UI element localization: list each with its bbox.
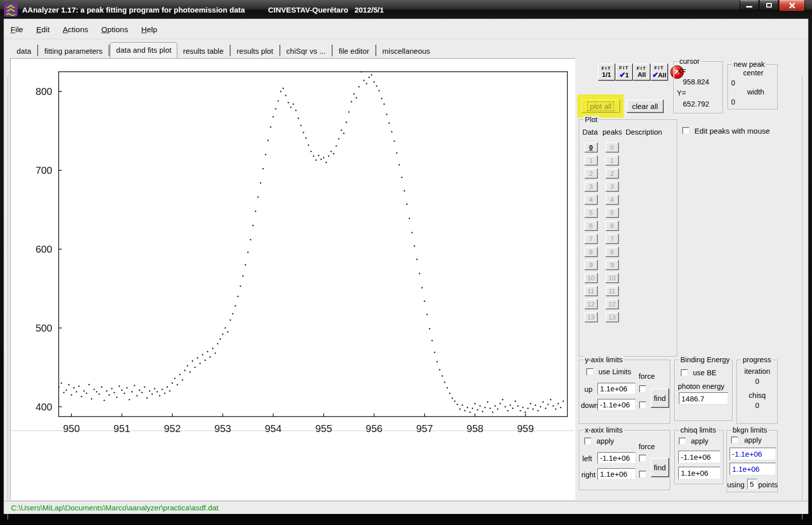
peaks-11-button[interactable]: 11 <box>605 286 619 296</box>
menu-item-actions[interactable]: Actions <box>56 25 95 34</box>
data-9-button[interactable]: 9 <box>584 260 597 270</box>
progress-title: progress <box>741 356 772 364</box>
x-limits-find-button[interactable]: find <box>651 458 669 477</box>
y-limits-up-label: up <box>584 385 592 393</box>
tab-results-table[interactable]: results table <box>177 44 229 58</box>
x-limits-left-field[interactable]: -1.1e+06 <box>597 452 636 464</box>
photon-energy-field[interactable]: 1486.7 <box>679 392 728 404</box>
menu-item-file[interactable]: File <box>4 25 30 34</box>
tab-data-and-fits-plot[interactable]: data and fits plot <box>110 42 177 59</box>
fit-toolbar: FIT1/1FIT✔1FITAllFIT✔All✕ <box>598 63 685 81</box>
peaks-9-button[interactable]: 9 <box>605 260 619 270</box>
menu-item-help[interactable]: Help <box>135 25 164 34</box>
fit-check-1-button[interactable]: FIT✔1 <box>616 63 633 80</box>
peaks-10-button[interactable]: 10 <box>605 273 619 283</box>
data-7-button[interactable]: 7 <box>584 234 597 244</box>
plot-all-button[interactable]: plot all <box>581 99 620 113</box>
y-limits-up-force-checkbox[interactable] <box>639 385 646 392</box>
app-icon <box>4 3 18 17</box>
menu-item-edit[interactable]: Edit <box>30 25 56 34</box>
peaks-13-button[interactable]: 13 <box>605 312 619 322</box>
peaks-8-button[interactable]: 8 <box>605 247 619 257</box>
tab-fitting-parameters[interactable]: fitting parameters <box>39 44 108 58</box>
peaks-5-button[interactable]: 5 <box>605 207 619 218</box>
chisq-limits-groupbox: chisq limits apply -1.1e+06 1.1e+06 <box>674 430 724 484</box>
data-8-button[interactable]: 8 <box>584 247 597 257</box>
data-4-button[interactable]: 4 <box>584 194 597 204</box>
x-limits-find-label: find <box>654 463 666 472</box>
y-limits-groupbox: y-axix limits use Limits force up 1.1e+0… <box>579 360 670 424</box>
close-button[interactable] <box>779 0 805 12</box>
x-limits-apply-checkbox[interactable] <box>584 438 591 445</box>
peaks-12-button[interactable]: 12 <box>605 299 619 309</box>
data-3-button[interactable]: 3 <box>584 181 597 191</box>
fit-all-button[interactable]: FITAll <box>633 63 650 80</box>
cursor-groupbox: cursor X= 958.824 Y= 652.792 <box>673 61 723 114</box>
y-limits-down-label: down <box>581 401 598 409</box>
tab-separator <box>37 45 38 56</box>
tab-file-editor[interactable]: file editor <box>333 44 375 58</box>
bkgn-limits-high-field[interactable]: 1.1e+06 <box>730 463 776 475</box>
x-tick-label: 959 <box>517 423 534 434</box>
x-limits-apply-label: apply <box>596 437 614 445</box>
menu-bar: FileEditActionsOptionsHelp <box>4 20 807 39</box>
minimize-button[interactable] <box>740 0 759 11</box>
peaks-6-button[interactable]: 6 <box>605 221 619 231</box>
data-0-button[interactable]: 0 <box>584 142 597 152</box>
data-13-button[interactable]: 13 <box>584 312 597 322</box>
x-limits-title: x-axix limits <box>583 426 624 434</box>
plot-divider <box>11 431 574 431</box>
fit-check-all-button[interactable]: FIT✔All <box>651 63 668 80</box>
window-subtitle: CINVESTAV-Querétaro 2012/5/1 <box>268 6 383 14</box>
x-limits-left-force-checkbox[interactable] <box>639 455 646 462</box>
y-tick-label: 500 <box>36 323 52 334</box>
y-limits-up-field[interactable]: 1.1e+06 <box>597 383 636 394</box>
data-12-button[interactable]: 12 <box>584 299 597 309</box>
data-5-button[interactable]: 5 <box>584 207 597 218</box>
peaks-0-button[interactable]: 0 <box>605 142 619 152</box>
x-limits-right-field[interactable]: 1.1e+06 <box>597 468 636 480</box>
bkgn-limits-low-field[interactable]: -1.1e+06 <box>730 448 776 460</box>
chart[interactable]: 9509519529539549559569579589594005006007… <box>58 71 568 417</box>
y-limits-find-label: find <box>654 394 666 402</box>
new-peak-center-value[interactable]: 0 <box>731 79 735 87</box>
chisq-limits-high-field[interactable]: 1.1e+06 <box>678 467 721 479</box>
bkgn-points-field[interactable]: 5 <box>747 479 757 489</box>
peaks-1-button[interactable]: 1 <box>605 155 619 165</box>
maximize-button[interactable] <box>759 0 778 11</box>
tab-data[interactable]: data <box>11 44 37 58</box>
y-limits-use-label: use Limits <box>598 368 631 376</box>
tab-miscellaneous[interactable]: miscellaneous <box>377 44 436 58</box>
status-file-path: C:\Users\MiLap\Documents\Marco\aanalyzer… <box>11 503 219 512</box>
data-2-button[interactable]: 2 <box>584 168 597 178</box>
y-limits-down-force-checkbox[interactable] <box>639 401 646 408</box>
y-tick-label: 800 <box>36 86 52 97</box>
data-1-button[interactable]: 1 <box>584 155 597 165</box>
use-be-checkbox[interactable] <box>681 369 688 376</box>
x-tick-label: 958 <box>467 423 483 434</box>
tab-chisqr-vs-[interactable]: chiSqr vs ... <box>281 44 331 58</box>
y-limits-find-button[interactable]: find <box>651 388 669 407</box>
y-limits-down-field[interactable]: -1.1e+06 <box>597 399 636 410</box>
chisq-limits-low-field[interactable]: -1.1e+06 <box>678 451 721 463</box>
x-tick-label: 950 <box>63 423 79 434</box>
peaks-2-button[interactable]: 2 <box>605 168 619 178</box>
data-6-button[interactable]: 6 <box>584 221 597 231</box>
y-limits-use-checkbox[interactable] <box>586 368 593 375</box>
clear-all-button[interactable]: clear all <box>627 99 663 113</box>
new-peak-center-label: center <box>743 69 763 77</box>
new-peak-width-value[interactable]: 0 <box>731 98 735 106</box>
fit-1of1-button[interactable]: FIT1/1 <box>598 63 615 80</box>
tab-separator <box>230 45 231 56</box>
data-10-button[interactable]: 10 <box>584 273 597 283</box>
x-limits-right-force-checkbox[interactable] <box>639 471 646 478</box>
edit-peaks-checkbox[interactable] <box>682 127 689 134</box>
peaks-4-button[interactable]: 4 <box>605 194 619 204</box>
data-11-button[interactable]: 11 <box>584 286 597 296</box>
tab-results-plot[interactable]: results plot <box>231 44 279 58</box>
menu-item-options[interactable]: Options <box>95 25 135 34</box>
chisq-limits-apply-checkbox[interactable] <box>679 438 686 445</box>
bkgn-limits-apply-checkbox[interactable] <box>731 437 738 444</box>
peaks-3-button[interactable]: 3 <box>605 181 619 191</box>
peaks-7-button[interactable]: 7 <box>605 234 619 244</box>
